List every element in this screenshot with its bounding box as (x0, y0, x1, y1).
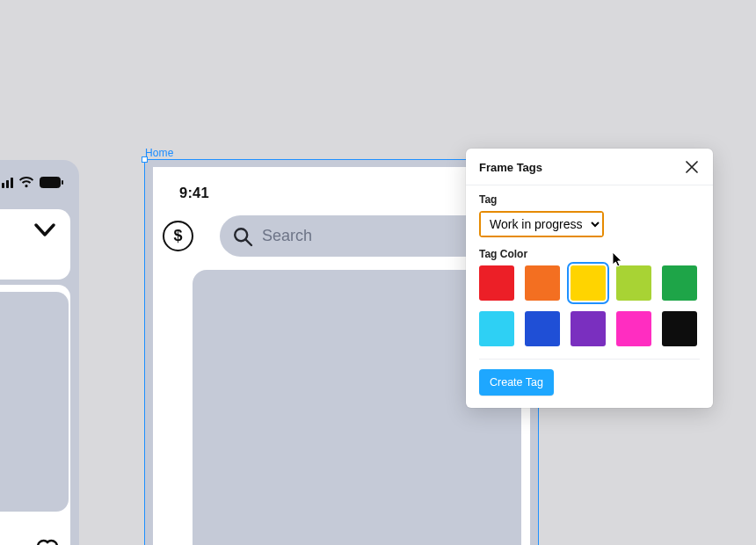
svg-rect-1 (2, 183, 4, 188)
artboard-secondary[interactable] (0, 160, 79, 545)
color-swatch-orange[interactable] (525, 265, 560, 301)
status-time: 9:41 (179, 185, 209, 201)
svg-rect-5 (62, 180, 63, 185)
cellular-icon (0, 178, 13, 188)
header-sheet (0, 209, 70, 280)
battery-icon (40, 177, 63, 188)
close-icon (686, 161, 698, 173)
heart-icon[interactable] (35, 539, 60, 545)
color-swatch-yellow[interactable] (571, 265, 606, 301)
close-button[interactable] (684, 159, 700, 175)
color-swatch-lime[interactable] (616, 265, 651, 301)
dollar-icon: $ (173, 227, 182, 245)
svg-rect-4 (40, 178, 61, 188)
color-grid (479, 265, 700, 360)
svg-line-11 (246, 239, 251, 244)
color-swatch-green[interactable] (662, 265, 697, 301)
tag-label: Tag (479, 193, 700, 206)
color-swatch-cyan[interactable] (479, 311, 514, 346)
selection-handle[interactable] (142, 156, 148, 163)
currency-button[interactable]: $ (163, 221, 193, 251)
chevron-down-icon[interactable] (34, 223, 55, 241)
status-bar-left (0, 177, 63, 188)
popover-header: Frame Tags (466, 149, 713, 185)
tag-color-label: Tag Color (479, 248, 700, 260)
color-swatch-blue[interactable] (525, 311, 560, 346)
card-placeholder (0, 292, 69, 512)
color-swatch-red[interactable] (479, 265, 514, 301)
tag-select[interactable]: Work in progress (481, 213, 602, 236)
color-swatch-magenta[interactable] (616, 311, 651, 346)
svg-rect-3 (11, 178, 13, 188)
svg-rect-2 (6, 180, 9, 188)
wifi-icon (18, 177, 34, 188)
frame-label[interactable]: Home (145, 147, 173, 159)
search-placeholder: Search (262, 227, 312, 245)
frame-tags-popover: Frame Tags Tag Work in progress Tag Colo… (466, 149, 713, 408)
color-swatch-purple[interactable] (571, 311, 606, 346)
tag-select-wrap: Work in progress (479, 211, 604, 237)
create-tag-button[interactable]: Create Tag (479, 369, 554, 396)
search-icon (232, 226, 253, 247)
popover-title: Frame Tags (479, 161, 542, 174)
color-swatch-black[interactable] (662, 311, 697, 346)
